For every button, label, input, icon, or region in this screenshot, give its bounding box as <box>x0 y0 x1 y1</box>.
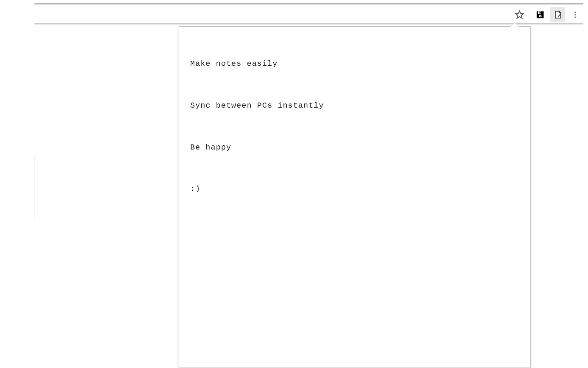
svg-point-5 <box>540 16 541 17</box>
svg-point-6 <box>575 12 576 13</box>
note-line: Make notes easily <box>190 59 519 69</box>
browser-toolbar <box>34 6 583 23</box>
svg-marker-0 <box>515 11 523 18</box>
note-line: Be happy <box>190 143 519 153</box>
toolbar-top-border-light <box>34 4 583 5</box>
bookmark-star-icon[interactable] <box>514 9 525 20</box>
save-disk-icon[interactable] <box>535 9 546 20</box>
notes-popup: Make notes easily Sync between PCs insta… <box>179 26 531 368</box>
note-line: :) <box>190 184 519 195</box>
note-textarea[interactable]: Make notes easily Sync between PCs insta… <box>179 27 530 368</box>
toolbar-top-border <box>34 3 583 4</box>
toolbar-bottom-border <box>34 23 583 24</box>
page-left-edge-hint <box>34 154 35 218</box>
toolbar-separator <box>530 8 530 21</box>
svg-point-7 <box>575 14 576 16</box>
note-page-icon[interactable] <box>550 7 565 22</box>
toolbar-bottom-border-light <box>34 24 583 25</box>
popup-arrow <box>510 22 519 27</box>
note-line: Sync between PCs instantly <box>190 101 519 111</box>
toolbar-icon-group <box>514 6 583 23</box>
svg-rect-3 <box>539 12 541 13</box>
svg-point-8 <box>575 17 576 18</box>
vertical-dots-icon[interactable] <box>570 9 581 20</box>
